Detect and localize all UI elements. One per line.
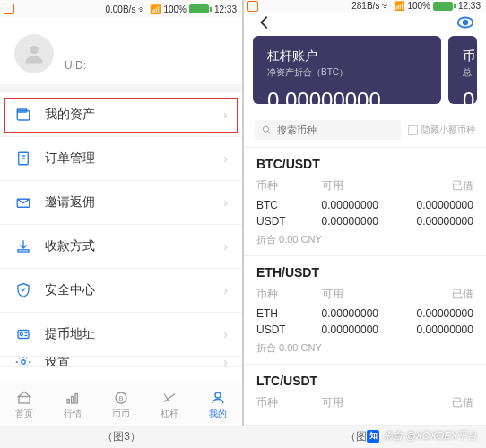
wifi-icon: ᯤ bbox=[382, 1, 391, 11]
menu-item-payment[interactable]: 收款方式 › bbox=[0, 225, 242, 269]
chevron-right-icon: › bbox=[223, 151, 228, 166]
menu-label: 邀请返佣 bbox=[45, 194, 223, 211]
svg-rect-13 bbox=[19, 396, 30, 403]
asset-row: ETH0.000000000.00000000 bbox=[256, 307, 473, 320]
menu-label: 安全中心 bbox=[45, 282, 223, 298]
status-bar: 0.00B/s ᯤ 📶 100% 12:33 bbox=[0, 0, 242, 18]
visibility-toggle[interactable] bbox=[456, 13, 475, 35]
leverage-account-card[interactable]: 杠杆账户 净资产折合（BTC） 0.00000000 ≈0.00CNY bbox=[253, 36, 441, 104]
asset-row: USDT0.000000000.00000000 bbox=[256, 323, 473, 336]
asset-section[interactable]: ETH/USDT 币种可用已借 ETH0.000000000.00000000U… bbox=[244, 256, 486, 365]
status-bar: 281B/s ᯤ 📶 100% 12:33 bbox=[244, 0, 486, 12]
caption-left: （图3） bbox=[0, 426, 243, 448]
asset-row: BTC0.000000000.00000000 bbox=[256, 199, 473, 211]
asset-pair: LTC/USDT bbox=[256, 374, 473, 388]
app-icon bbox=[4, 4, 14, 14]
net-speed: 281B/s bbox=[351, 1, 379, 11]
wallet-icon bbox=[14, 106, 32, 124]
net-speed: 0.00B/s bbox=[105, 4, 135, 14]
top-bar bbox=[244, 12, 486, 36]
card-title: 杠杆账户 bbox=[267, 48, 427, 65]
tab-3[interactable]: 杠杆 bbox=[145, 383, 194, 426]
svg-line-25 bbox=[268, 131, 270, 133]
svg-point-23 bbox=[464, 21, 468, 25]
battery-icon bbox=[433, 2, 456, 11]
settings-icon bbox=[14, 357, 32, 367]
battery-icon bbox=[189, 4, 212, 13]
svg-rect-15 bbox=[72, 396, 74, 403]
asset-header: 币种可用已借 bbox=[256, 287, 473, 302]
coin-account-card[interactable]: 币 总 0 bbox=[448, 36, 477, 104]
tab-bar: 首页行情B币币杠杆我的 bbox=[0, 383, 242, 426]
profile-uid: UID: bbox=[65, 59, 86, 72]
menu-label: 我的资产 bbox=[45, 107, 223, 123]
svg-rect-16 bbox=[75, 393, 77, 403]
asset-pair: BTC/USDT bbox=[256, 157, 473, 171]
wifi-icon: ᯤ bbox=[138, 4, 147, 14]
menu-item-settings[interactable]: 设置 › bbox=[0, 357, 242, 367]
menu-item-address[interactable]: 提币地址 › bbox=[0, 313, 242, 357]
menu-item-wallet[interactable]: 我的资产 › bbox=[0, 93, 242, 137]
tab-1[interactable]: 行情 bbox=[48, 383, 97, 426]
divider bbox=[0, 84, 242, 93]
avatar bbox=[14, 34, 54, 73]
asset-section[interactable]: BTC/USDT 币种可用已借 BTC0.000000000.00000000U… bbox=[244, 148, 486, 256]
clock: 12:33 bbox=[458, 1, 481, 11]
shield-icon bbox=[14, 281, 32, 299]
asset-header: 币种可用已借 bbox=[256, 178, 473, 194]
chevron-right-icon: › bbox=[223, 239, 228, 254]
card-value: 0.00000000 bbox=[267, 88, 427, 113]
phone-left: 0.00B/s ᯤ 📶 100% 12:33 UID: 我的资产 › 订单管理 bbox=[0, 0, 242, 426]
tab-0[interactable]: 首页 bbox=[0, 383, 48, 426]
chevron-right-icon: › bbox=[223, 108, 228, 122]
checkbox-icon bbox=[408, 125, 418, 135]
asset-pair: ETH/USDT bbox=[256, 265, 473, 280]
app-icon bbox=[247, 1, 258, 12]
payment-icon bbox=[14, 237, 32, 255]
search-input[interactable] bbox=[277, 125, 394, 135]
search-box[interactable] bbox=[255, 120, 401, 140]
account-cards: 杠杆账户 净资产折合（BTC） 0.00000000 ≈0.00CNY 币 总 … bbox=[244, 36, 486, 113]
search-icon bbox=[262, 125, 272, 135]
menu-item-order[interactable]: 订单管理 › bbox=[0, 137, 242, 181]
profile-name bbox=[65, 36, 86, 56]
invite-icon bbox=[14, 194, 32, 211]
signal-icon: 📶 bbox=[150, 4, 161, 14]
asset-row: USDT0.000000000.00000000 bbox=[256, 215, 473, 228]
svg-point-21 bbox=[215, 392, 221, 398]
clock: 12:33 bbox=[214, 4, 237, 14]
menu-label: 提币地址 bbox=[45, 326, 223, 342]
profile-header[interactable]: UID: bbox=[0, 18, 242, 84]
svg-line-19 bbox=[164, 393, 175, 401]
chevron-right-icon: › bbox=[223, 357, 228, 367]
svg-rect-14 bbox=[67, 399, 69, 403]
card-subtitle: 净资产折合（BTC） bbox=[267, 66, 427, 79]
menu-list: 我的资产 › 订单管理 › 邀请返佣 › 收款方式 › 安全中心 › 提币地址 … bbox=[0, 93, 242, 383]
svg-point-12 bbox=[22, 359, 26, 364]
asset-list: BTC/USDT 币种可用已借 BTC0.000000000.00000000U… bbox=[244, 148, 486, 426]
svg-text:B: B bbox=[118, 394, 123, 402]
watermark: 知 来自 @XOXOEX平台 bbox=[367, 429, 477, 443]
back-button[interactable] bbox=[255, 13, 274, 35]
hide-small-toggle[interactable]: 隐藏小额币种 bbox=[408, 124, 475, 136]
chevron-right-icon: › bbox=[223, 327, 228, 341]
asset-fold: 折合 0.00 CNY bbox=[256, 233, 473, 246]
asset-fold: 折合 0.00 CNY bbox=[256, 341, 473, 355]
menu-label: 收款方式 bbox=[45, 238, 223, 254]
svg-point-0 bbox=[30, 46, 38, 54]
tab-4[interactable]: 我的 bbox=[194, 383, 242, 426]
zhihu-icon: 知 bbox=[367, 430, 379, 443]
tab-2[interactable]: B币币 bbox=[97, 383, 145, 426]
menu-item-invite[interactable]: 邀请返佣 › bbox=[0, 181, 242, 225]
svg-point-24 bbox=[263, 126, 268, 132]
chevron-right-icon: › bbox=[223, 195, 228, 210]
chevron-right-icon: › bbox=[223, 283, 228, 297]
menu-item-shield[interactable]: 安全中心 › bbox=[0, 269, 242, 313]
phone-right: 281B/s ᯤ 📶 100% 12:33 杠杆账户 净资产折合（BTC） 0.… bbox=[244, 0, 486, 426]
battery-percent: 100% bbox=[407, 1, 430, 11]
menu-label: 设置 bbox=[45, 357, 223, 367]
svg-point-9 bbox=[20, 333, 22, 336]
search-row: 隐藏小额币种 bbox=[244, 113, 486, 148]
asset-section[interactable]: LTC/USDT 币种可用已借 bbox=[244, 365, 486, 426]
signal-icon: 📶 bbox=[394, 1, 404, 11]
